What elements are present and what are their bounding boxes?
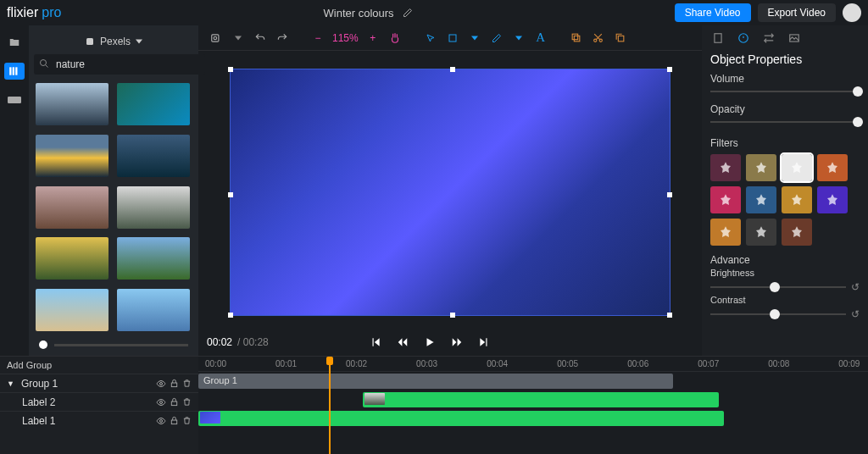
redo-icon[interactable] [273,29,292,47]
record-icon[interactable] [207,29,225,47]
filter-swatch[interactable] [817,154,848,181]
chevron-down-icon[interactable] [465,29,484,47]
opacity-label: Opacity [710,103,860,115]
ruler-tick: 00:02 [346,359,367,368]
zoom-in-icon[interactable]: + [364,29,382,47]
filter-swatch[interactable] [782,154,812,181]
undo-icon[interactable] [251,29,270,47]
volume-slider[interactable] [710,85,860,98]
visible-icon[interactable] [156,397,166,407]
stock-thumb[interactable] [36,289,108,331]
track-name: Label 1 [22,415,149,427]
user-avatar[interactable] [843,3,861,22]
filter-swatch[interactable] [746,186,776,213]
stock-thumb[interactable] [117,289,190,331]
delete-icon[interactable] [182,397,192,407]
visible-icon[interactable] [156,416,166,426]
pen-icon[interactable] [487,29,506,47]
timeline-ruler[interactable]: 00:0000:0100:0200:0300:0400:0500:0600:07… [198,357,868,372]
edit-title-icon[interactable] [403,8,413,18]
stock-thumb[interactable] [117,135,190,177]
track-name: Group 1 [21,378,149,390]
delete-icon[interactable] [182,379,192,389]
chevron-down-icon[interactable] [509,29,528,47]
pointer-icon[interactable] [421,29,440,47]
filter-swatch[interactable] [746,219,776,246]
stock-thumb[interactable] [117,83,190,125]
filter-swatch[interactable] [782,186,812,213]
props-tab-object[interactable] [737,32,749,44]
timeline-clip[interactable] [198,411,724,426]
props-tab-info[interactable] [712,32,724,44]
play-icon[interactable] [424,336,436,348]
cut-icon[interactable] [589,29,608,47]
copy-icon[interactable] [567,29,586,47]
svg-rect-15 [715,34,721,43]
stock-source-dropdown[interactable]: Pexels [34,32,193,54]
stock-thumb[interactable] [36,186,108,229]
stock-thumb[interactable] [36,83,108,125]
chevron-down-icon[interactable]: ▼ [7,379,14,388]
skip-end-icon[interactable] [478,336,490,348]
skip-start-icon[interactable] [370,336,381,348]
preview-canvas[interactable] [230,69,670,316]
timeline-clip-group[interactable]: Group 1 [198,374,673,389]
svg-rect-7 [212,34,219,41]
add-group-button[interactable]: Add Group [0,357,198,374]
ruler-tick: 00:00 [205,359,226,368]
filter-swatch[interactable] [710,219,741,246]
forward-icon[interactable] [451,336,463,348]
chevron-down-icon [136,38,142,45]
track-header[interactable]: Label 2 [0,392,198,411]
svg-rect-10 [575,36,581,42]
stock-thumb[interactable] [36,237,108,280]
rail-stock[interactable] [4,63,25,80]
pexels-icon [85,36,95,47]
svg-point-8 [214,36,217,40]
ruler-tick: 00:05 [557,359,578,368]
rewind-icon[interactable] [397,336,409,348]
contrast-slider[interactable]: ↺ [710,308,860,320]
pan-icon[interactable] [386,29,404,47]
timeline-clip[interactable] [363,392,719,407]
rail-files[interactable] [4,34,25,51]
thumb-size-slider[interactable] [34,337,193,349]
filter-swatch[interactable] [710,186,741,213]
shape-icon[interactable] [443,29,462,47]
lock-icon[interactable] [170,379,179,389]
filter-swatch[interactable] [710,154,741,181]
search-input[interactable] [34,54,205,75]
stock-thumb[interactable] [117,186,190,229]
playhead[interactable] [329,357,331,454]
props-tab-image[interactable] [788,32,800,44]
chevron-down-icon[interactable] [229,29,248,47]
stock-source-label: Pexels [100,36,131,47]
track-header[interactable]: ▼Group 1 [0,374,198,392]
share-button[interactable]: Share Video [675,3,751,22]
svg-point-22 [160,419,163,422]
svg-rect-23 [171,420,176,424]
stock-thumbnails [34,81,193,337]
filter-swatch[interactable] [746,154,776,181]
reset-icon[interactable]: ↺ [851,281,860,293]
filter-swatch[interactable] [782,219,812,246]
rail-shapes[interactable] [4,91,25,108]
paste-icon[interactable] [611,29,630,47]
reset-icon[interactable]: ↺ [851,308,860,320]
lock-icon[interactable] [170,397,179,407]
props-tab-transform[interactable] [763,32,775,44]
export-button[interactable]: Export Video [758,3,837,22]
text-icon[interactable]: A [531,29,550,47]
opacity-slider[interactable] [710,115,860,129]
delete-icon[interactable] [182,416,192,426]
track-header[interactable]: Label 1 [0,411,198,429]
canvas-toolbar: − 115% + A [198,25,702,51]
stock-thumb[interactable] [117,237,190,280]
svg-rect-9 [449,35,456,42]
brightness-slider[interactable]: ↺ [710,281,860,293]
zoom-out-icon[interactable]: − [309,29,327,47]
visible-icon[interactable] [156,379,166,389]
stock-thumb[interactable] [36,135,108,177]
lock-icon[interactable] [170,416,179,426]
filter-swatch[interactable] [817,186,848,213]
